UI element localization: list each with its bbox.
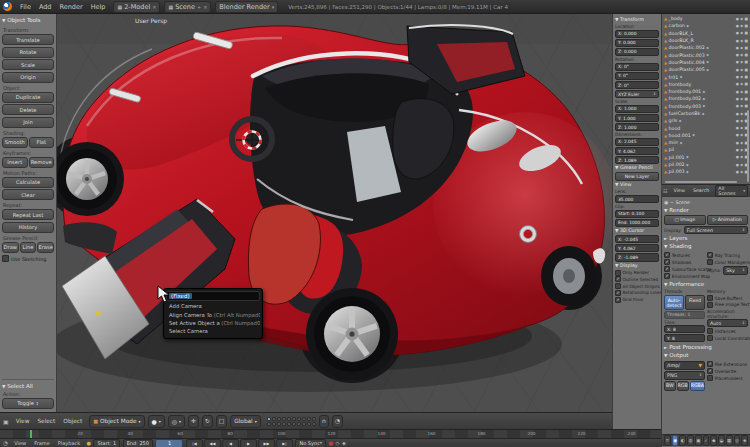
layer-dot[interactable] — [297, 422, 301, 426]
outliner-item-grls[interactable]: ▲grls◆●◆■ — [664, 117, 748, 124]
selectable-arrow-icon[interactable]: ◆ — [740, 82, 743, 86]
selectable-arrow-icon[interactable]: ◆ — [740, 75, 743, 79]
outliner-item-mirr[interactable]: ▲mirr◆●◆■ — [664, 139, 748, 146]
cursor-location-field[interactable]: Z: -1.089 — [615, 253, 659, 261]
relationship-lines-checkbox[interactable]: ✓Relationship Lines — [615, 290, 659, 296]
placeholders-checkbox[interactable]: Placeholders — [707, 375, 748, 381]
visibility-eye-icon[interactable]: ● — [736, 104, 739, 108]
selectable-arrow-icon[interactable]: ◆ — [740, 60, 743, 64]
properties-tab-1[interactable]: ◉ — [672, 435, 679, 446]
visibility-eye-icon[interactable]: ● — [736, 97, 739, 101]
layer-dot[interactable] — [307, 422, 311, 426]
local-coordinates-checkbox[interactable]: Local Coordinates — [707, 335, 748, 341]
selectable-arrow-icon[interactable]: ◆ — [740, 53, 743, 57]
renderable-camera-icon[interactable]: ■ — [745, 60, 748, 64]
visibility-eye-icon[interactable]: ● — [736, 133, 739, 137]
scale-field[interactable]: X: 1.000 — [615, 105, 659, 113]
renderable-camera-icon[interactable]: ■ — [745, 97, 748, 101]
checkbox-icon[interactable] — [615, 283, 621, 289]
visibility-eye-icon[interactable]: ● — [736, 39, 739, 43]
selectable-arrow-icon[interactable]: ◆ — [740, 31, 743, 35]
checkbox-icon[interactable] — [2, 255, 9, 262]
rotation-field[interactable]: X: 0° — [615, 63, 659, 71]
checkbox-icon[interactable]: ✓ — [664, 266, 670, 272]
outliner-item-fr01[interactable]: ▲fr01◆●◆■ — [664, 73, 748, 80]
visibility-eye-icon[interactable]: ● — [736, 46, 739, 50]
outliner-menu-search[interactable]: Search — [689, 187, 713, 194]
keying-icon[interactable]: ◈ — [342, 440, 346, 446]
post-processing-panel-header[interactable]: ► Post Processing — [664, 344, 748, 350]
properties-tab-4[interactable]: ▣ — [695, 435, 702, 446]
renderable-camera-icon[interactable]: ■ — [745, 68, 748, 72]
play-button[interactable]: ▶ — [240, 439, 257, 447]
visibility-eye-icon[interactable]: ● — [736, 53, 739, 57]
screen-layout-selector[interactable]: ▦ 2-Model ✕ — [113, 1, 160, 13]
output-panel-header[interactable]: ▼ Output — [664, 352, 748, 358]
shading-dropdown[interactable]: ● ▾ — [148, 415, 165, 428]
renderable-camera-icon[interactable]: ■ — [745, 75, 748, 79]
renderable-camera-icon[interactable]: ■ — [745, 82, 748, 86]
scenes-filter-dropdown[interactable]: All Scenes ▾ — [715, 185, 748, 197]
outliner-item-doorPlastic.003[interactable]: ▲doorPlastic.003◆●◆■ — [664, 51, 748, 58]
location-field[interactable]: X: 0.000 — [615, 30, 659, 38]
outliner-item-carbon[interactable]: ▲carbon◆●◆■ — [664, 22, 748, 29]
checkbox-icon[interactable]: ✓ — [615, 276, 621, 282]
visibility-eye-icon[interactable]: ● — [736, 170, 739, 174]
layer-dot[interactable] — [267, 422, 271, 426]
3d-viewport[interactable]: User Persp (Fixed) Add CameraAlign Camer… — [57, 14, 612, 412]
use-sketching-checkbox[interactable]: Use Sketching — [2, 255, 54, 262]
redo-panel-header[interactable]: ▼ Select All — [2, 383, 54, 389]
performance-panel-header[interactable]: ▼ Performance — [664, 281, 748, 287]
viewport-menu-object[interactable]: Object — [59, 417, 86, 425]
menu-help[interactable]: Help — [87, 2, 110, 12]
layer-dot[interactable] — [282, 422, 286, 426]
menu-file[interactable]: File — [16, 2, 35, 12]
selectable-arrow-icon[interactable]: ◆ — [740, 133, 743, 137]
cursor-location-field[interactable]: Y: 4.062 — [615, 244, 659, 252]
selectable-arrow-icon[interactable]: ◆ — [740, 112, 743, 116]
mode-dropdown[interactable]: ■ Object Mode ▾ — [89, 415, 144, 428]
rotation-order-dropdown[interactable]: XYZ Euler↕ — [615, 90, 659, 98]
selectable-arrow-icon[interactable]: ◆ — [740, 17, 743, 21]
layer-dot[interactable] — [282, 417, 286, 421]
outliner-item-frontbody.003[interactable]: ▲frontbody.003◆●◆■ — [664, 103, 748, 110]
dimension-field[interactable]: Z: 1.089 — [615, 156, 659, 164]
subsurface-scatte-checkbox[interactable]: ✓Subsurface Scatte — [664, 266, 705, 272]
keying-set-icon[interactable]: ● — [87, 440, 91, 446]
color-management-checkbox[interactable]: Color Management — [707, 259, 748, 265]
file-extensions-checkbox[interactable]: ✓File Extensions — [707, 361, 748, 367]
visibility-eye-icon[interactable]: ● — [736, 31, 739, 35]
clear-button[interactable]: Clear — [2, 189, 54, 200]
layer-dot[interactable] — [302, 422, 306, 426]
orientation-dropdown[interactable]: Global ▾ — [230, 415, 261, 428]
translate-button[interactable]: Translate — [2, 34, 54, 45]
history-button[interactable]: History — [2, 222, 54, 233]
outliner-item-doorPlastic.004[interactable]: ▲doorPlastic.004◆●◆■ — [664, 59, 748, 66]
outliner-item-doorBLK_L[interactable]: ▲doorBLK_L●◆■ — [664, 30, 748, 37]
new-layer-button[interactable]: New Layer — [615, 172, 659, 181]
outliner-item-frontbody[interactable]: ▲frontbody●◆■ — [664, 81, 748, 88]
context-menu-item[interactable]: Set Active Object a (Ctrl Numpad0) — [166, 319, 260, 327]
visibility-eye-icon[interactable]: ● — [736, 163, 739, 167]
render-opengl-button[interactable]: ◔ — [332, 415, 343, 428]
checkbox-icon[interactable] — [707, 328, 713, 334]
context-menu-item[interactable]: Select Camera — [166, 327, 260, 335]
visibility-eye-icon[interactable]: ● — [736, 17, 739, 21]
outliner-editor-icon[interactable]: ☷ — [663, 188, 667, 194]
save-buffers-checkbox[interactable]: Save Buffers — [707, 295, 748, 301]
grease-pencil-panel-header[interactable]: ▼ Grease Pencil — [615, 165, 659, 170]
renderable-camera-icon[interactable]: ■ — [745, 17, 748, 21]
layer-dot[interactable] — [287, 422, 291, 426]
outliner-item-pil.002[interactable]: ▲pil.002◆●◆■ — [664, 161, 748, 168]
selectable-arrow-icon[interactable]: ◆ — [740, 39, 743, 43]
view-panel-header[interactable]: ▼ View — [615, 182, 659, 187]
display-panel-header[interactable]: ▼ Display — [615, 263, 659, 268]
sync-dropdown[interactable]: No Sync ▾ — [295, 439, 325, 447]
viewport-menu-view[interactable]: View — [12, 417, 34, 425]
location-field[interactable]: Z: 0.000 — [615, 48, 659, 56]
selectable-arrow-icon[interactable]: ◆ — [740, 170, 743, 174]
calculate-button[interactable]: Calculate — [2, 177, 54, 188]
origin-button[interactable]: Origin — [2, 72, 54, 83]
scale-field[interactable]: Z: 1.000 — [615, 123, 659, 131]
snap-magnet-button[interactable]: ∩ — [319, 415, 329, 428]
